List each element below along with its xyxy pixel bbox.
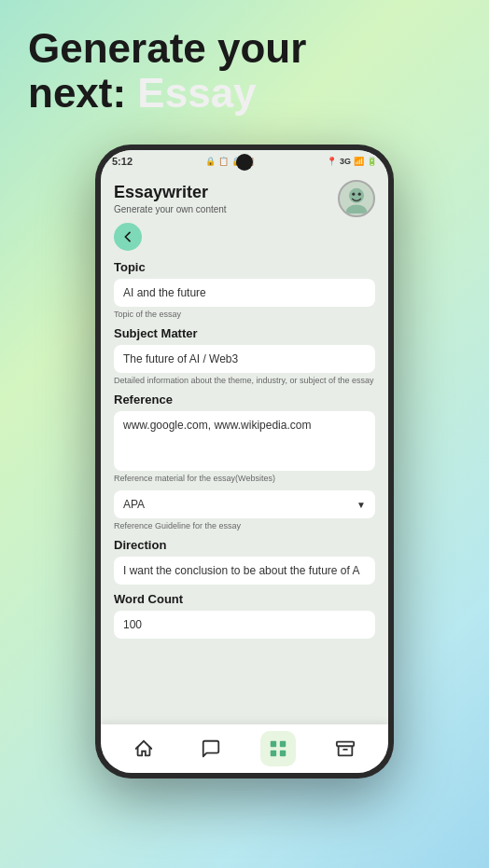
guideline-select-wrapper: APA MLA Chicago Harvard	[114, 490, 375, 518]
subject-section: Subject Matter Detailed information abou…	[114, 326, 375, 385]
subject-input[interactable]	[114, 345, 375, 373]
topic-hint: Topic of the essay	[114, 310, 375, 319]
chat-icon	[201, 738, 221, 759]
svg-rect-8	[337, 742, 354, 747]
wordcount-section: Word Count	[114, 592, 375, 639]
app-content: Essaywriter Generate your own content	[101, 172, 388, 724]
svg-point-1	[346, 204, 367, 214]
nav-chat[interactable]	[193, 731, 229, 766]
subject-hint: Detailed information about the theme, in…	[114, 376, 375, 385]
back-button[interactable]	[114, 223, 142, 251]
bottom-nav	[101, 724, 388, 773]
camera-notch	[236, 154, 253, 171]
status-right-icons: 📍 3G 📶 🔋	[327, 157, 377, 166]
svg-rect-7	[280, 751, 286, 756]
header-title: Generate your next: Essay	[28, 26, 306, 117]
direction-label: Direction	[114, 538, 375, 552]
app-header: Essaywriter Generate your own content	[114, 180, 375, 217]
page-header: Generate your next: Essay	[28, 26, 306, 117]
nav-home[interactable]	[126, 731, 161, 766]
phone-device: 5:12 🔒 📋 🔒 📋 📍 3G 📶 🔋	[95, 145, 394, 778]
status-time: 5:12	[112, 156, 133, 167]
nav-archive[interactable]	[328, 731, 363, 766]
svg-point-2	[352, 193, 355, 196]
archive-icon	[335, 738, 356, 759]
phone-frame: 5:12 🔒 📋 🔒 📋 📍 3G 📶 🔋	[95, 145, 394, 778]
reference-label: Reference	[114, 393, 375, 406]
reference-textarea[interactable]	[114, 411, 375, 471]
avatar	[338, 180, 375, 217]
guideline-select[interactable]: APA MLA Chicago Harvard	[114, 490, 375, 518]
reference-section: Reference Reference material for the ess…	[114, 393, 375, 483]
home-icon	[133, 738, 154, 759]
reference-hint: Reference material for the essay(Website…	[114, 474, 375, 483]
guideline-hint: Reference Guideline for the essay	[114, 521, 375, 530]
topic-label: Topic	[114, 260, 375, 274]
phone-screen: 5:12 🔒 📋 🔒 📋 📍 3G 📶 🔋	[101, 150, 388, 773]
wordcount-label: Word Count	[114, 592, 375, 606]
topic-input[interactable]	[114, 279, 375, 307]
status-bar: 5:12 🔒 📋 🔒 📋 📍 3G 📶 🔋	[101, 150, 388, 172]
svg-rect-4	[271, 741, 276, 747]
svg-point-3	[358, 193, 361, 196]
app-title: Essaywriter	[114, 183, 227, 203]
avatar-icon	[342, 184, 371, 214]
direction-input[interactable]	[114, 557, 375, 585]
topic-section: Topic Topic of the essay	[114, 260, 375, 319]
app-subtitle: Generate your own content	[114, 204, 227, 214]
direction-section: Direction	[114, 538, 375, 585]
grid-icon	[268, 738, 288, 759]
nav-grid[interactable]	[260, 731, 296, 766]
wordcount-input[interactable]	[114, 611, 375, 639]
svg-rect-5	[280, 741, 286, 747]
svg-rect-6	[271, 751, 276, 756]
guideline-section: APA MLA Chicago Harvard Reference Guidel…	[114, 490, 375, 530]
back-arrow-icon	[120, 229, 135, 244]
subject-label: Subject Matter	[114, 326, 375, 340]
